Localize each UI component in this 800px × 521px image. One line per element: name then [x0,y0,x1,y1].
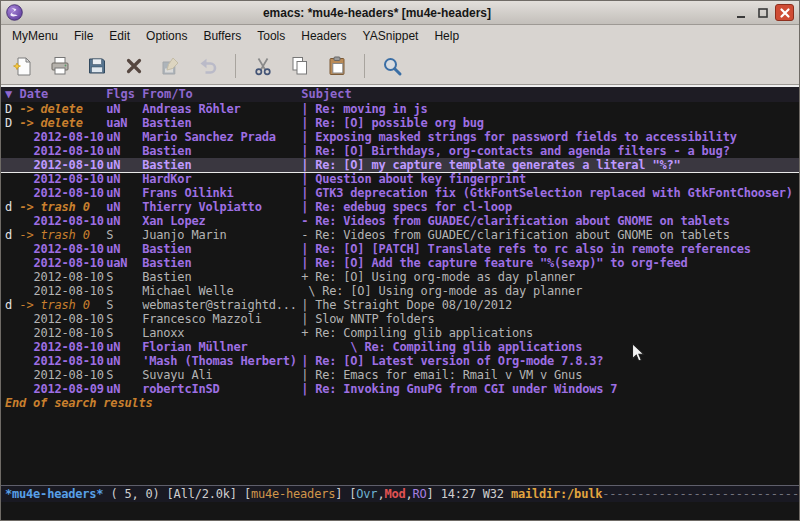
message-row[interactable]: d-> trash 0Swebmaster@straightd...| The … [1,298,799,312]
date-cell: -> trash 0 [19,298,106,312]
modeline-fg: [All/2.0k] [167,487,244,501]
message-row[interactable]: d-> trash 0uNThierry Volpiatto| Re: edeb… [1,200,799,214]
flags-cell: uaN [106,116,142,130]
menu-help[interactable]: Help [426,26,467,46]
paste-button[interactable] [321,51,353,81]
search-button[interactable] [376,51,408,81]
copy-button[interactable] [284,51,316,81]
mode-line[interactable]: *mu4e-headers* ( 5, 0) [All/2.0k] [mu4e-… [1,485,799,502]
date-cell: 2012-08-10 [19,144,106,158]
end-of-results: End of search results [1,396,799,410]
menu-mymenu[interactable]: MyMenu [4,26,66,46]
from-cell: Suvayu Ali [142,368,301,382]
titlebar[interactable]: emacs: *mu4e-headers* [mu4e-headers] [1,1,799,25]
date-cell: 2012-08-10 [19,312,106,326]
menu-edit[interactable]: Edit [101,26,138,46]
message-row[interactable]: 2012-08-10SMichael Welle \ Re: [O] Using… [1,284,799,298]
close-button[interactable] [775,4,794,21]
from-cell: Frans Oilinki [142,186,301,200]
subject-cell: | Question about key fingerprint [301,172,799,186]
menu-file[interactable]: File [66,26,101,46]
message-row[interactable]: 2012-08-10SFrancesco Mazzoli| Slow NNTP … [1,312,799,326]
message-row[interactable]: 2012-08-10uNXan Lopez- Re: Videos from G… [1,214,799,228]
new-file-button[interactable] [7,51,39,81]
buffer-area[interactable]: ▼ Date Flgs From/To Subject D-> deleteuN… [1,85,799,485]
from-cell: Florian Müllner [142,340,301,354]
message-row[interactable]: d-> trash 0SJuanjo Marin- Re: Videos fro… [1,228,799,242]
modeline-folder: maildir:/bulk [511,487,602,501]
flags-cell: uN [106,242,142,256]
date-cell: 2012-08-10 [19,270,106,284]
date-cell: 2012-08-10 [19,326,106,340]
message-row[interactable]: 2012-08-10uNFlorian Müllner \ Re: Compil… [1,340,799,354]
from-cell: HardKor [142,172,301,186]
menu-buffers[interactable]: Buffers [195,26,249,46]
subject-cell: + Re: [O] Using org-mode as day planner [301,270,799,284]
maximize-button[interactable] [753,4,772,21]
subject-cell: - Re: Videos from GUADEC/clarification a… [301,214,799,228]
close-buffer-button[interactable] [118,51,150,81]
menu-bar: MyMenuFileEditOptionsBuffersToolsHeaders… [1,25,799,47]
from-cell: Bastien [142,158,301,172]
modeline-fg: ] [335,487,349,501]
subject-cell: | GTK3 deprecation fix (GtkFontSelection… [301,186,799,200]
message-row[interactable]: 2012-08-10uNFrans Oilinki| GTK3 deprecat… [1,186,799,200]
mouse-cursor [631,342,646,364]
mark-cell: D [5,116,19,130]
date-cell: 2012-08-10 [19,340,106,354]
date-cell: 2012-08-09 [19,382,106,396]
message-row[interactable]: 2012-08-10uNMario Sanchez Prada| Exposin… [1,130,799,144]
subject-cell: | Re: [O] Latest version of Org-mode 7.8… [301,354,799,368]
flags-cell: S [106,326,142,340]
date-cell: 2012-08-10 [19,172,106,186]
minimize-button[interactable] [731,4,750,21]
from-cell: Francesco Mazzoli [142,312,301,326]
message-row[interactable]: D-> deleteuaNBastien| Re: [O] possible o… [1,116,799,130]
date-cell: 2012-08-10 [19,214,106,228]
from-cell: Bastien [142,242,301,256]
from-cell: Bastien [142,256,301,270]
mark-cell [5,186,19,200]
subject-cell: | Re: moving in js [301,102,799,116]
modeline-fg: 14:27 W32 [441,487,511,501]
mark-cell [5,130,19,144]
message-row[interactable]: 2012-08-10uNBastien| Re: [O] Birthdays, … [1,144,799,158]
date-cell: 2012-08-10 [19,130,106,144]
echo-area[interactable] [1,502,799,520]
mark-cell [5,214,19,228]
cut-button[interactable] [247,51,279,81]
message-row[interactable]: 2012-08-10uNBastien| Re: [O] my capture … [1,158,799,172]
save-as-icon [160,55,182,77]
message-row[interactable]: 2012-08-10SSuvayu Ali| Re: Emacs for ema… [1,368,799,382]
flags-cell: uN [106,144,142,158]
modeline-fg: , [377,487,384,501]
date-cell: 2012-08-10 [19,242,106,256]
print-button[interactable] [44,51,76,81]
from-cell: Lanoxx [142,326,301,340]
message-row[interactable]: 2012-08-10SBastien+ Re: [O] Using org-mo… [1,270,799,284]
menu-yasnippet[interactable]: YASnippet [355,26,427,46]
flags-cell: uN [106,214,142,228]
mark-cell [5,382,19,396]
flags-cell: uN [106,130,142,144]
message-row[interactable]: D-> deleteuNAndreas Röhler| Re: moving i… [1,102,799,116]
flags-cell: uN [106,172,142,186]
menu-tools[interactable]: Tools [249,26,293,46]
date-cell: -> delete [19,116,106,130]
paste-icon [326,55,348,77]
subject-cell: | Re: Emacs for email: Rmail v VM v Gnus [301,368,799,382]
message-row[interactable]: 2012-08-10uNBastien| Re: [O] [PATCH] Tra… [1,242,799,256]
save-button[interactable] [81,51,113,81]
toolbar-separator [235,54,236,78]
menu-headers[interactable]: Headers [293,26,354,46]
subject-cell: \ Re: Compiling glib applications [301,340,799,354]
flags-cell: S [106,284,142,298]
message-row[interactable]: 2012-08-10uNHardKor| Question about key … [1,172,799,186]
menu-options[interactable]: Options [138,26,195,46]
message-row[interactable]: 2012-08-09uNrobertcInSD| Re: Invoking Gn… [1,382,799,396]
message-row[interactable]: 2012-08-10SLanoxx+ Re: Compiling glib ap… [1,326,799,340]
mark-cell [5,312,19,326]
message-row[interactable]: 2012-08-10uN'Mash (Thomas Herbert)| Re: … [1,354,799,368]
message-row[interactable]: 2012-08-10uaNBastien| Re: [O] Add the ca… [1,256,799,270]
emacs-window: emacs: *mu4e-headers* [mu4e-headers] MyM… [0,0,800,521]
